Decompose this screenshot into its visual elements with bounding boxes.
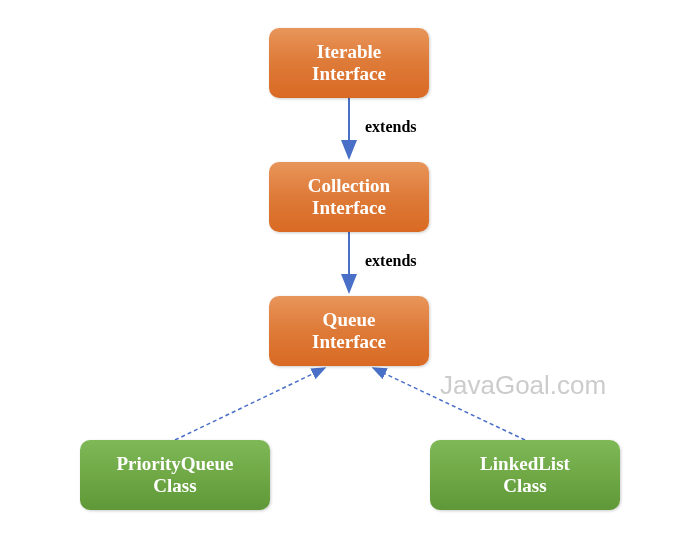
node-label-line1: Iterable: [317, 41, 381, 63]
node-label-line2: Interface: [312, 331, 386, 353]
edge-label-extends-2: extends: [365, 252, 417, 270]
node-label-line2: Class: [503, 475, 546, 497]
node-label-line2: Class: [153, 475, 196, 497]
node-label-line1: PriorityQueue: [116, 453, 233, 475]
node-linkedlist-class: LinkedList Class: [430, 440, 620, 510]
node-label-line1: Queue: [323, 309, 376, 331]
node-label-line2: Interface: [312, 197, 386, 219]
node-queue-interface: Queue Interface: [269, 296, 429, 366]
node-label-line1: Collection: [308, 175, 390, 197]
watermark-text: JavaGoal.com: [440, 370, 606, 401]
node-label-line1: LinkedList: [480, 453, 570, 475]
node-iterable-interface: Iterable Interface: [269, 28, 429, 98]
arrow-priorityqueue-queue: [175, 368, 325, 440]
node-collection-interface: Collection Interface: [269, 162, 429, 232]
edge-label-extends-1: extends: [365, 118, 417, 136]
node-label-line2: Interface: [312, 63, 386, 85]
node-priorityqueue-class: PriorityQueue Class: [80, 440, 270, 510]
